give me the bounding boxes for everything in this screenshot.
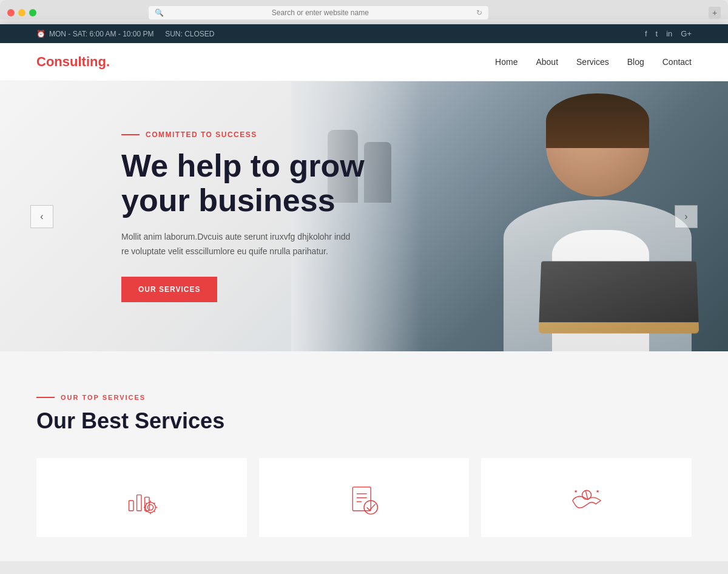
browser-title-bar: 🔍 ↻ + (7, 6, 721, 19)
section-tag: OUR TOP SERVICES (36, 394, 692, 401)
svg-rect-13 (352, 487, 371, 511)
nav-contact[interactable]: Contact (662, 57, 692, 67)
service-card-1 (36, 458, 247, 537)
nav-services[interactable]: Services (576, 57, 609, 67)
carousel-next-button[interactable]: › (675, 205, 698, 228)
top-bar: ⏰ MON - SAT: 6:00 AM - 10:00 PM SUN: CLO… (0, 24, 728, 43)
services-section: OUR TOP SERVICES Our Best Services (0, 351, 728, 561)
social-links: f t in G+ (645, 29, 692, 38)
hero-tag: COMMITTED TO SUCCESS (121, 130, 365, 139)
svg-rect-1 (137, 495, 141, 511)
svg-line-9 (146, 503, 147, 504)
main-nav: Home About Services Blog Contact (495, 57, 692, 67)
search-icon: 🔍 (155, 8, 164, 17)
site-header: Consulting. Home About Services Blog Con… (0, 43, 728, 81)
hero-title-line1: We help to grow (121, 148, 365, 183)
dot-close[interactable] (7, 9, 15, 16)
website-container: ⏰ MON - SAT: 6:00 AM - 10:00 PM SUN: CLO… (0, 24, 728, 561)
nav-home[interactable]: Home (495, 57, 517, 67)
browser-address-bar[interactable]: 🔍 ↻ (149, 6, 488, 19)
service-icon-1 (123, 482, 160, 519)
handshake-icon: ★ ★ (570, 484, 604, 518)
nav-blog[interactable]: Blog (627, 57, 644, 67)
person-hair (546, 93, 649, 148)
arrow-left-icon: ‹ (40, 211, 43, 222)
laptop (539, 262, 699, 334)
hero-section: COMMITTED TO SUCCESS We help to grow you… (0, 81, 728, 351)
dot-maximize[interactable] (29, 9, 36, 16)
linkedin-link[interactable]: in (666, 29, 672, 38)
svg-point-4 (148, 505, 153, 510)
service-icon-3: ★ ★ (568, 482, 605, 519)
nav-about[interactable]: About (536, 57, 558, 67)
refresh-icon[interactable]: ↻ (476, 8, 482, 17)
laptop-screen (539, 262, 698, 323)
services-grid: ★ ★ (36, 458, 692, 537)
service-card-2 (259, 458, 470, 537)
document-check-icon (347, 484, 381, 518)
googleplus-link[interactable]: G+ (681, 29, 692, 38)
hero-title-line2: your business (121, 183, 335, 218)
new-tab-button[interactable]: + (709, 7, 721, 19)
hero-cta-button[interactable]: OUR SERVICES (121, 277, 217, 302)
carousel-prev-button[interactable]: ‹ (30, 205, 53, 228)
twitter-link[interactable]: t (656, 29, 658, 38)
svg-line-10 (154, 511, 155, 512)
logo-text: Consulting (36, 54, 106, 69)
chart-gear-icon (124, 484, 158, 518)
site-logo[interactable]: Consulting. (36, 54, 110, 70)
browser-chrome: 🔍 ↻ + (0, 0, 728, 19)
logo-dot: . (106, 54, 110, 69)
hero-content: COMMITTED TO SUCCESS We help to grow you… (0, 130, 365, 303)
arrow-right-icon: › (684, 211, 687, 222)
svg-text:★: ★ (574, 488, 578, 494)
svg-line-12 (154, 503, 155, 504)
top-bar-hours: ⏰ MON - SAT: 6:00 AM - 10:00 PM SUN: CLO… (36, 30, 215, 38)
sunday-text: SUN: CLOSED (165, 30, 214, 38)
hero-tag-text: COMMITTED TO SUCCESS (146, 130, 257, 139)
browser-dots (7, 9, 36, 16)
dot-minimize[interactable] (18, 9, 25, 16)
address-input[interactable] (167, 8, 473, 17)
service-icon-2 (346, 482, 382, 519)
section-title: Our Best Services (36, 408, 692, 434)
service-card-3: ★ ★ (481, 458, 692, 537)
hours-text: MON - SAT: 6:00 AM - 10:00 PM (49, 30, 154, 38)
hero-description: Mollit anim laborum.Dvcuis aute serunt i… (121, 230, 352, 259)
hero-tag-line (121, 134, 140, 135)
section-tag-line (36, 397, 55, 398)
clock-icon: ⏰ (36, 30, 46, 38)
facebook-link[interactable]: f (645, 29, 647, 38)
section-tag-text: OUR TOP SERVICES (61, 394, 146, 401)
svg-text:★: ★ (596, 488, 599, 494)
svg-rect-0 (129, 501, 133, 511)
hero-title: We help to grow your business (121, 149, 365, 218)
